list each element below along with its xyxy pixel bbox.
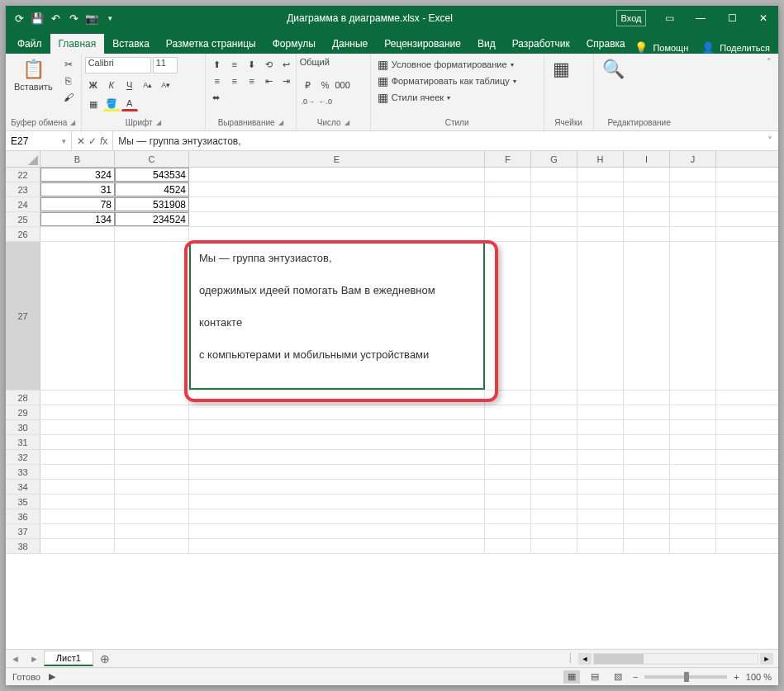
hscroll-track[interactable] [593, 653, 758, 665]
increase-decimal-button[interactable]: .0→ [300, 94, 316, 109]
cell-F38[interactable] [485, 539, 531, 553]
col-header-I[interactable]: I [624, 151, 670, 167]
col-header-B[interactable]: B [40, 151, 115, 167]
select-all-corner[interactable] [6, 151, 40, 167]
cell-G28[interactable] [531, 390, 577, 405]
cell-styles-button[interactable]: ▦Стили ячеек▾ [374, 90, 540, 105]
tell-me-icon[interactable]: 💡 [634, 41, 648, 54]
cell-I35[interactable] [624, 495, 670, 509]
cell-C29[interactable] [115, 405, 189, 419]
cell-B23[interactable]: 31 [40, 182, 115, 196]
cell-G26[interactable] [531, 227, 577, 241]
cell-G36[interactable] [531, 509, 577, 523]
cell-I28[interactable] [624, 390, 670, 405]
cell-F32[interactable] [485, 450, 531, 464]
cell-G32[interactable] [531, 450, 577, 464]
row-header[interactable]: 29 [6, 405, 40, 419]
tab-data[interactable]: Данные [324, 34, 376, 54]
cell-B31[interactable] [40, 435, 115, 449]
cell-J26[interactable] [670, 227, 716, 241]
cell-I25[interactable] [624, 212, 670, 226]
cell-G37[interactable] [531, 524, 577, 538]
tab-help[interactable]: Справка [578, 34, 634, 54]
cell-H32[interactable] [577, 450, 624, 464]
normal-view-button[interactable]: ▦ [563, 670, 580, 684]
col-header-C[interactable]: C [115, 151, 189, 167]
fx-button[interactable]: fx [100, 135, 107, 147]
indent-increase-button[interactable]: ⇥ [278, 73, 295, 88]
hscroll-thumb[interactable] [594, 654, 644, 664]
decrease-font-button[interactable]: A▾ [158, 78, 174, 92]
login-button[interactable]: Вход [616, 10, 646, 26]
cell-G34[interactable] [531, 480, 577, 494]
cancel-formula-button[interactable]: ✕ [77, 135, 85, 147]
decrease-decimal-button[interactable]: ←.0 [317, 94, 334, 109]
tab-review[interactable]: Рецензирование [376, 34, 469, 54]
row-header[interactable]: 22 [6, 168, 40, 182]
cell-F28[interactable] [485, 390, 531, 405]
sheet-nav-next[interactable]: ► [25, 654, 44, 664]
tab-view[interactable]: Вид [469, 34, 504, 54]
italic-button[interactable]: К [103, 78, 120, 92]
cell-E29[interactable] [189, 405, 485, 419]
cell-I33[interactable] [624, 465, 670, 479]
number-format-select[interactable]: Общий [300, 57, 367, 73]
cell-H30[interactable] [577, 420, 624, 434]
tab-insert[interactable]: Вставка [104, 34, 158, 54]
cell-I26[interactable] [624, 227, 670, 241]
row-header[interactable]: 35 [6, 495, 40, 509]
cell-F31[interactable] [485, 435, 531, 449]
cell-J37[interactable] [670, 524, 716, 538]
cell-C36[interactable] [115, 509, 189, 523]
col-header-F[interactable]: F [485, 151, 531, 167]
col-header-J[interactable]: J [670, 151, 716, 167]
cell-F24[interactable] [485, 197, 531, 211]
cell-J30[interactable] [670, 420, 716, 434]
tell-me-text[interactable]: Помощн [653, 43, 688, 53]
tab-file[interactable]: Файл [9, 34, 50, 54]
cell-H23[interactable] [577, 182, 624, 196]
camera-icon[interactable]: 📷 [83, 10, 100, 26]
cell-H22[interactable] [577, 168, 624, 182]
increase-font-button[interactable]: A▴ [140, 78, 156, 92]
cell-C27[interactable] [115, 242, 189, 390]
conditional-format-button[interactable]: ▦Условное форматирование▾ [374, 57, 540, 72]
row-header[interactable]: 37 [6, 524, 40, 538]
align-right-button[interactable]: ≡ [244, 73, 260, 88]
cell-J28[interactable] [670, 390, 716, 405]
row-header[interactable]: 27 [6, 242, 40, 390]
split-handle[interactable]: ┆ [568, 653, 573, 664]
cell-J25[interactable] [670, 212, 716, 226]
cell-E31[interactable] [189, 435, 485, 449]
cell-G35[interactable] [531, 495, 577, 509]
cell-G25[interactable] [531, 212, 577, 226]
cell-C33[interactable] [115, 465, 189, 479]
cell-F33[interactable] [485, 465, 531, 479]
cell-C30[interactable] [115, 420, 189, 434]
cell-F37[interactable] [485, 524, 531, 538]
align-top-button[interactable]: ⬆ [209, 57, 226, 72]
cell-H24[interactable] [577, 197, 624, 211]
sheet-nav-prev[interactable]: ◄ [6, 654, 25, 664]
cell-E35[interactable] [189, 495, 485, 509]
cell-H29[interactable] [577, 405, 624, 419]
cell-J36[interactable] [670, 509, 716, 523]
cell-C23[interactable]: 4524 [115, 182, 189, 196]
cell-C22[interactable]: 543534 [115, 168, 189, 182]
close-button[interactable]: ✕ [748, 6, 778, 31]
qat-more-icon[interactable]: ▾ [102, 10, 118, 26]
cell-C24[interactable]: 531908 [115, 197, 189, 211]
row-header[interactable]: 33 [6, 465, 40, 479]
cell-I34[interactable] [624, 480, 670, 494]
col-header-G[interactable]: G [531, 151, 577, 167]
cell-F22[interactable] [485, 168, 531, 182]
hscroll-left[interactable]: ◄ [578, 653, 592, 665]
cell-H38[interactable] [577, 539, 624, 553]
copy-button[interactable]: ⎘ [59, 73, 78, 88]
paste-button[interactable]: 📋 Вставить [9, 57, 58, 93]
cell-I29[interactable] [624, 405, 670, 419]
align-left-button[interactable]: ≡ [209, 73, 226, 88]
tab-formulas[interactable]: Формулы [264, 34, 324, 54]
font-launcher[interactable]: ◢ [156, 119, 161, 126]
cell-H28[interactable] [577, 390, 624, 405]
